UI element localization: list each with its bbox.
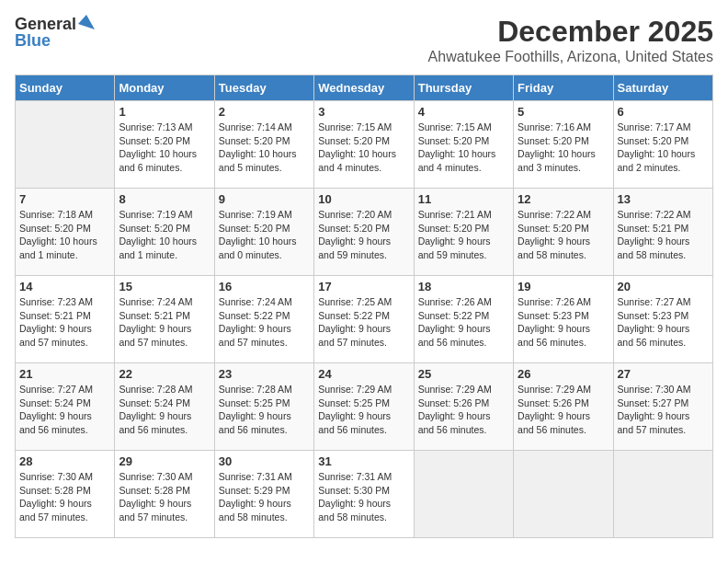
header-wednesday: Wednesday (314, 75, 414, 101)
day-number: 10 (318, 192, 409, 206)
day-number: 12 (518, 192, 609, 206)
day-number: 29 (119, 454, 210, 468)
table-row: 8Sunrise: 7:19 AM Sunset: 5:20 PM Daylig… (115, 189, 214, 276)
header-saturday: Saturday (613, 75, 712, 101)
day-number: 19 (518, 280, 609, 293)
calendar-week-row: 14Sunrise: 7:23 AM Sunset: 5:21 PM Dayli… (16, 276, 713, 363)
day-number: 11 (418, 192, 509, 206)
month-title: December 2025 (428, 15, 713, 49)
day-number: 23 (219, 367, 310, 381)
header-monday: Monday (115, 75, 214, 101)
table-row: 15Sunrise: 7:24 AM Sunset: 5:21 PM Dayli… (115, 276, 214, 363)
table-row: 3Sunrise: 7:15 AM Sunset: 5:20 PM Daylig… (314, 101, 414, 189)
table-row: 6Sunrise: 7:17 AM Sunset: 5:20 PM Daylig… (613, 101, 712, 189)
page-header: General Blue December 2025 Ahwatukee Foo… (15, 15, 713, 65)
table-row: 17Sunrise: 7:25 AM Sunset: 5:22 PM Dayli… (314, 276, 414, 363)
day-info: Sunrise: 7:23 AM Sunset: 5:21 PM Dayligh… (19, 295, 110, 350)
day-info: Sunrise: 7:20 AM Sunset: 5:20 PM Dayligh… (318, 208, 409, 262)
day-info: Sunrise: 7:26 AM Sunset: 5:23 PM Dayligh… (518, 295, 609, 350)
table-row: 14Sunrise: 7:23 AM Sunset: 5:21 PM Dayli… (16, 276, 115, 363)
day-info: Sunrise: 7:29 AM Sunset: 5:26 PM Dayligh… (518, 383, 609, 437)
day-info: Sunrise: 7:31 AM Sunset: 5:29 PM Dayligh… (219, 470, 310, 524)
table-row: 4Sunrise: 7:15 AM Sunset: 5:20 PM Daylig… (414, 101, 513, 189)
day-number: 28 (19, 454, 110, 468)
logo-bird-icon (78, 15, 95, 29)
day-number: 22 (119, 367, 210, 381)
day-info: Sunrise: 7:30 AM Sunset: 5:28 PM Dayligh… (119, 470, 210, 524)
table-row: 29Sunrise: 7:30 AM Sunset: 5:28 PM Dayli… (115, 451, 214, 538)
day-info: Sunrise: 7:29 AM Sunset: 5:25 PM Dayligh… (318, 383, 409, 437)
table-row: 23Sunrise: 7:28 AM Sunset: 5:25 PM Dayli… (214, 363, 313, 451)
table-row: 27Sunrise: 7:30 AM Sunset: 5:27 PM Dayli… (613, 363, 712, 451)
calendar-header-row: Sunday Monday Tuesday Wednesday Thursday… (16, 75, 713, 101)
header-tuesday: Tuesday (214, 75, 313, 101)
day-info: Sunrise: 7:22 AM Sunset: 5:21 PM Dayligh… (618, 208, 709, 262)
table-row: 26Sunrise: 7:29 AM Sunset: 5:26 PM Dayli… (514, 363, 613, 451)
table-row: 22Sunrise: 7:28 AM Sunset: 5:24 PM Dayli… (115, 363, 214, 451)
table-row (414, 451, 513, 538)
day-number: 4 (418, 105, 509, 119)
day-info: Sunrise: 7:25 AM Sunset: 5:22 PM Dayligh… (318, 295, 409, 350)
day-info: Sunrise: 7:17 AM Sunset: 5:20 PM Dayligh… (618, 121, 709, 175)
table-row: 28Sunrise: 7:30 AM Sunset: 5:28 PM Dayli… (16, 451, 115, 538)
day-number: 1 (119, 105, 210, 119)
table-row: 11Sunrise: 7:21 AM Sunset: 5:20 PM Dayli… (414, 189, 513, 276)
table-row: 25Sunrise: 7:29 AM Sunset: 5:26 PM Dayli… (414, 363, 513, 451)
day-info: Sunrise: 7:18 AM Sunset: 5:20 PM Dayligh… (19, 208, 110, 262)
day-info: Sunrise: 7:30 AM Sunset: 5:27 PM Dayligh… (618, 383, 709, 437)
day-info: Sunrise: 7:29 AM Sunset: 5:26 PM Dayligh… (418, 383, 509, 437)
day-info: Sunrise: 7:19 AM Sunset: 5:20 PM Dayligh… (119, 208, 210, 262)
day-number: 14 (19, 280, 110, 293)
table-row: 31Sunrise: 7:31 AM Sunset: 5:30 PM Dayli… (314, 451, 414, 538)
table-row: 18Sunrise: 7:26 AM Sunset: 5:22 PM Dayli… (414, 276, 513, 363)
table-row (16, 101, 115, 189)
calendar-week-row: 21Sunrise: 7:27 AM Sunset: 5:24 PM Dayli… (16, 363, 713, 451)
day-info: Sunrise: 7:15 AM Sunset: 5:20 PM Dayligh… (418, 121, 509, 175)
table-row: 21Sunrise: 7:27 AM Sunset: 5:24 PM Dayli… (16, 363, 115, 451)
day-info: Sunrise: 7:28 AM Sunset: 5:25 PM Dayligh… (219, 383, 310, 437)
table-row: 19Sunrise: 7:26 AM Sunset: 5:23 PM Dayli… (514, 276, 613, 363)
day-info: Sunrise: 7:16 AM Sunset: 5:20 PM Dayligh… (518, 121, 609, 175)
day-info: Sunrise: 7:21 AM Sunset: 5:20 PM Dayligh… (418, 208, 509, 262)
table-row: 16Sunrise: 7:24 AM Sunset: 5:22 PM Dayli… (214, 276, 313, 363)
header-sunday: Sunday (16, 75, 115, 101)
table-row: 5Sunrise: 7:16 AM Sunset: 5:20 PM Daylig… (514, 101, 613, 189)
day-info: Sunrise: 7:19 AM Sunset: 5:20 PM Dayligh… (219, 208, 310, 262)
table-row: 20Sunrise: 7:27 AM Sunset: 5:23 PM Dayli… (613, 276, 712, 363)
day-info: Sunrise: 7:14 AM Sunset: 5:20 PM Dayligh… (219, 121, 310, 175)
day-number: 3 (318, 105, 409, 119)
table-row: 24Sunrise: 7:29 AM Sunset: 5:25 PM Dayli… (314, 363, 414, 451)
calendar-week-row: 28Sunrise: 7:30 AM Sunset: 5:28 PM Dayli… (16, 451, 713, 538)
day-number: 27 (618, 367, 709, 381)
logo-blue-text: Blue (15, 32, 95, 49)
day-info: Sunrise: 7:27 AM Sunset: 5:23 PM Dayligh… (618, 295, 709, 350)
table-row (613, 451, 712, 538)
title-area: December 2025 Ahwatukee Foothills, Arizo… (428, 15, 713, 65)
day-number: 5 (518, 105, 609, 119)
day-info: Sunrise: 7:30 AM Sunset: 5:28 PM Dayligh… (19, 470, 110, 524)
day-number: 13 (618, 192, 709, 206)
day-info: Sunrise: 7:27 AM Sunset: 5:24 PM Dayligh… (19, 383, 110, 437)
svg-marker-0 (78, 15, 95, 29)
table-row: 10Sunrise: 7:20 AM Sunset: 5:20 PM Dayli… (314, 189, 414, 276)
day-number: 18 (418, 280, 509, 293)
day-info: Sunrise: 7:24 AM Sunset: 5:21 PM Dayligh… (119, 295, 210, 350)
day-number: 9 (219, 192, 310, 206)
day-number: 24 (318, 367, 409, 381)
day-number: 31 (318, 454, 409, 468)
table-row: 13Sunrise: 7:22 AM Sunset: 5:21 PM Dayli… (613, 189, 712, 276)
day-number: 21 (19, 367, 110, 381)
day-info: Sunrise: 7:15 AM Sunset: 5:20 PM Dayligh… (318, 121, 409, 175)
day-number: 2 (219, 105, 310, 119)
day-number: 8 (119, 192, 210, 206)
day-number: 6 (618, 105, 709, 119)
calendar-week-row: 7Sunrise: 7:18 AM Sunset: 5:20 PM Daylig… (16, 189, 713, 276)
calendar-week-row: 1Sunrise: 7:13 AM Sunset: 5:20 PM Daylig… (16, 101, 713, 189)
table-row (514, 451, 613, 538)
day-info: Sunrise: 7:24 AM Sunset: 5:22 PM Dayligh… (219, 295, 310, 350)
day-number: 20 (618, 280, 709, 293)
calendar-table: Sunday Monday Tuesday Wednesday Thursday… (15, 75, 713, 538)
table-row: 2Sunrise: 7:14 AM Sunset: 5:20 PM Daylig… (214, 101, 313, 189)
table-row: 9Sunrise: 7:19 AM Sunset: 5:20 PM Daylig… (214, 189, 313, 276)
day-number: 30 (219, 454, 310, 468)
